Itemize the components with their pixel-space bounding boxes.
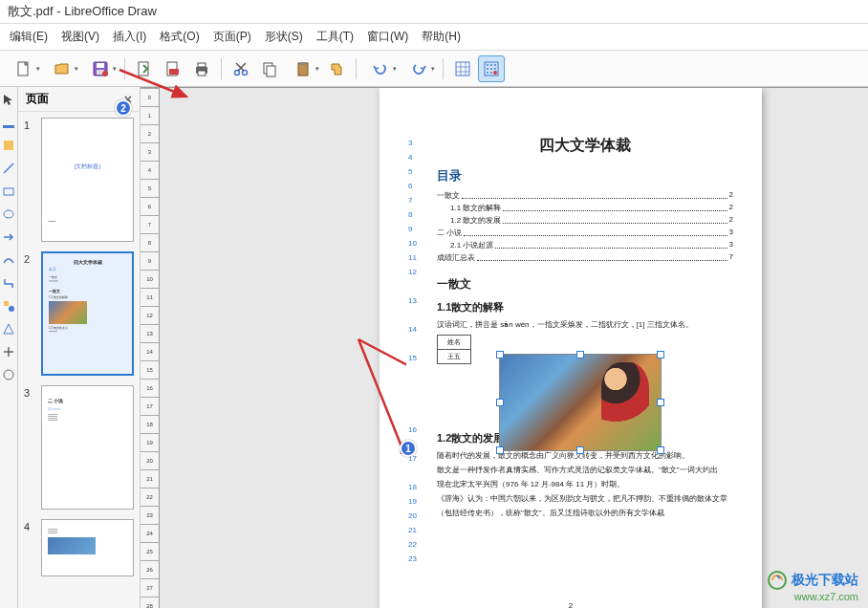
menu-page[interactable]: 页面(P) bbox=[207, 26, 257, 48]
svg-rect-2 bbox=[97, 63, 104, 68]
menu-view[interactable]: 视图(V) bbox=[55, 26, 105, 48]
svg-rect-17 bbox=[456, 62, 469, 76]
undo-button[interactable] bbox=[362, 55, 399, 82]
menu-help[interactable]: 帮助(H) bbox=[416, 26, 467, 48]
svg-point-40 bbox=[769, 572, 786, 589]
resize-handle-tl[interactable] bbox=[496, 351, 504, 358]
thumb-number: 4 bbox=[24, 519, 37, 576]
export-pdf-button[interactable] bbox=[160, 55, 186, 82]
svg-rect-16 bbox=[300, 62, 306, 65]
pages-panel: 页面 × 1 [文档标题] ━━━━ 2 四大文学体裁 目录 一散文 ━━━━━… bbox=[18, 87, 141, 608]
svg-rect-9 bbox=[198, 63, 206, 67]
pointer-tool[interactable] bbox=[0, 91, 17, 108]
svg-point-20 bbox=[490, 64, 492, 66]
table-cell: 姓名 bbox=[438, 336, 471, 350]
grid-button[interactable] bbox=[449, 55, 476, 82]
snap-grid-button[interactable] bbox=[478, 55, 505, 82]
resize-handle-ml[interactable] bbox=[496, 399, 504, 406]
clone-format-button[interactable] bbox=[323, 55, 350, 82]
fill-color-tool[interactable] bbox=[0, 137, 17, 154]
menu-shape[interactable]: 形状(S) bbox=[259, 26, 309, 48]
thumbnail-page-3[interactable]: 二 小说 2.1 ━━━━ ━━━━━━━━━━━━━━━━━━━━━━━━━━… bbox=[41, 385, 134, 510]
svg-point-32 bbox=[4, 210, 13, 218]
svg-line-30 bbox=[4, 163, 13, 173]
thumb-number: 2 bbox=[24, 251, 37, 376]
redo-button[interactable] bbox=[401, 55, 437, 82]
svg-point-19 bbox=[487, 64, 488, 66]
thumb-number: 1 bbox=[24, 118, 37, 242]
line-numbers: 34567891011121314151617181920212223 bbox=[408, 136, 417, 566]
svg-point-34 bbox=[9, 306, 14, 312]
svg-rect-10 bbox=[198, 71, 206, 76]
annotation-badge-1: 1 bbox=[400, 440, 417, 457]
svg-point-25 bbox=[487, 72, 488, 74]
thumb-number: 3 bbox=[24, 385, 37, 510]
ellipse-tool[interactable] bbox=[0, 206, 17, 223]
separator bbox=[356, 58, 357, 79]
resize-handle-mr[interactable] bbox=[657, 399, 664, 406]
svg-point-27 bbox=[493, 71, 497, 75]
menu-format[interactable]: 格式(O) bbox=[154, 26, 205, 48]
line-color-tool[interactable] bbox=[0, 114, 17, 131]
cut-button[interactable] bbox=[228, 55, 254, 82]
open-button[interactable] bbox=[44, 55, 80, 82]
menu-edit[interactable]: 编辑(E) bbox=[4, 26, 54, 48]
table-of-contents: 一散文21.1 散文的解释21.2 散文的发展2二 小说32.1 小说起源3成绩… bbox=[437, 190, 733, 263]
table-cell: 王五 bbox=[438, 350, 471, 364]
save-button[interactable] bbox=[82, 55, 119, 82]
annotation-badge-2: 2 bbox=[115, 99, 132, 117]
svg-rect-31 bbox=[4, 188, 13, 195]
more-tool-1[interactable] bbox=[0, 320, 17, 337]
rect-tool[interactable] bbox=[0, 183, 17, 200]
more-tool-3[interactable] bbox=[0, 366, 17, 383]
panel-title: 页面 bbox=[26, 91, 49, 107]
paragraph: 汉语词汇，拼音是 sǎn wén，一指文采焕发，二指犹行文，[1] 三指文体名。 bbox=[437, 318, 733, 331]
separator bbox=[124, 58, 125, 79]
line-tool[interactable] bbox=[0, 160, 17, 177]
selected-image[interactable] bbox=[499, 354, 662, 451]
more-tool-2[interactable] bbox=[0, 343, 17, 360]
connector-tool[interactable] bbox=[0, 274, 17, 292]
resize-handle-bl[interactable] bbox=[496, 446, 504, 454]
left-toolbox bbox=[0, 87, 18, 608]
svg-rect-29 bbox=[4, 141, 13, 150]
shapes-tool[interactable] bbox=[0, 297, 17, 315]
print-button[interactable] bbox=[188, 55, 215, 82]
thumbnail-page-1[interactable]: [文档标题] ━━━━ bbox=[41, 118, 134, 242]
canvas[interactable]: ◄ 34567891011121314151617181920212223 四大… bbox=[160, 88, 868, 608]
resize-handle-bm[interactable] bbox=[576, 446, 584, 454]
small-table: 姓名 王五 bbox=[437, 335, 471, 364]
main-toolbar bbox=[0, 51, 868, 87]
thumbnail-page-4[interactable]: ━━━━━━━━━━━━━━━━━━━━━━━━━━━━━━ bbox=[41, 519, 134, 576]
watermark-name: 极光下载站 bbox=[792, 572, 858, 589]
curve-tool[interactable] bbox=[0, 251, 17, 269]
watermark-url: www.xz7.com bbox=[767, 591, 858, 602]
thumbnails-list: 1 [文档标题] ━━━━ 2 四大文学体裁 目录 一散文 ━━━━━ 一散文 … bbox=[18, 112, 140, 608]
resize-handle-tm[interactable] bbox=[576, 351, 584, 358]
svg-point-24 bbox=[494, 68, 496, 70]
svg-point-23 bbox=[490, 68, 492, 70]
svg-point-4 bbox=[102, 71, 108, 76]
menu-window[interactable]: 窗口(W) bbox=[361, 26, 414, 48]
section-heading: 一散文 bbox=[437, 276, 733, 293]
page-number: 2 bbox=[569, 601, 573, 608]
paste-button[interactable] bbox=[285, 55, 321, 82]
copy-button[interactable] bbox=[256, 55, 283, 82]
export-button[interactable] bbox=[131, 55, 158, 82]
arrow-tool[interactable] bbox=[0, 228, 17, 246]
new-button[interactable] bbox=[6, 55, 42, 82]
svg-rect-28 bbox=[3, 125, 14, 128]
document-page[interactable]: 34567891011121314151617181920212223 四大文学… bbox=[380, 88, 762, 608]
svg-point-21 bbox=[494, 64, 496, 66]
menu-tools[interactable]: 工具(T) bbox=[311, 26, 359, 48]
watermark-logo-icon bbox=[767, 570, 788, 591]
svg-point-22 bbox=[487, 68, 488, 70]
subsection-heading: 1.1散文的解释 bbox=[437, 300, 733, 315]
menu-insert[interactable]: 插入(I) bbox=[107, 26, 152, 48]
separator bbox=[221, 58, 222, 79]
canvas-area: 2101234567891011121314151617181920212223… bbox=[141, 87, 868, 608]
resize-handle-tr[interactable] bbox=[657, 351, 664, 358]
thumbnail-page-2[interactable]: 四大文学体裁 目录 一散文 ━━━━━ 一散文 1.1 散文的解释 1.2 散文… bbox=[41, 251, 134, 376]
doc-title: 四大文学体裁 bbox=[437, 136, 733, 156]
resize-handle-br[interactable] bbox=[657, 446, 664, 454]
